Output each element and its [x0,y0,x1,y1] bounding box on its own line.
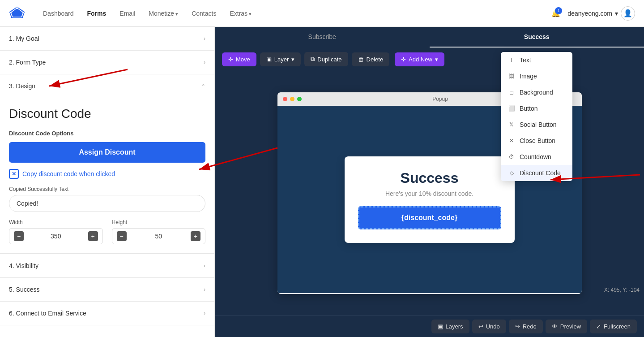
nav-monetize[interactable]: Monetize [149,10,178,17]
popup-discount-button[interactable]: {discount_code} [358,206,501,229]
chevron-right-icon: › [204,35,205,42]
discount-code-icon: ◇ [508,169,515,177]
user-menu[interactable]: deanyeong.com ▾ 👤 [567,6,635,21]
design-section-title: Discount Code [9,107,205,121]
accordion-design: 3. Design ⌄ Discount Code Discount Code … [0,74,214,254]
social-button-icon: 𝕏 [508,121,515,128]
close-button-icon: ✕ [508,137,515,144]
canvas-tabs: Subscribe Success [215,27,644,48]
right-panel: Subscribe Success ✛ Move ▣ Layer ▾ ⧉ Dup… [215,27,644,337]
accordion-design-label: 3. Design [9,82,35,90]
accordion-form-type-header[interactable]: 2. Form Type › [0,51,214,74]
chevron-right-icon-2: › [204,59,205,65]
accordion-form-type: 2. Form Type › [0,51,214,74]
move-icon: ✛ [228,56,233,63]
window-dot-green [297,97,302,101]
notification-bell[interactable]: 🔔 1 [551,9,560,17]
layer-button[interactable]: ▣ Layer ▾ [260,52,301,66]
width-value: 350 [26,233,85,240]
copied-successfully-label: Copied Successfully Text [9,186,205,192]
duplicate-button[interactable]: ⧉ Duplicate [304,52,348,66]
window-dot-yellow [290,97,294,101]
nav-dashboard[interactable]: Dashboard [43,10,74,17]
redo-button[interactable]: ↪ Redo [509,320,543,333]
dropdown-close-button[interactable]: ✕ Close Button [501,133,572,149]
accordion-email-service-header[interactable]: 6. Connect to Email Service › [0,302,214,325]
height-decrease-button[interactable]: − [117,231,127,241]
nav-email[interactable]: Email [119,10,135,17]
copy-discount-checkbox[interactable]: ✕ [9,169,19,179]
accordion-design-header[interactable]: 3. Design ⌄ [0,74,214,98]
duplicate-icon: ⧉ [311,56,315,63]
popup-success-subtitle: Here's your 10% discount code. [358,190,501,197]
canvas-coordinates: X: 495, Y: -104 [604,287,640,293]
preview-button[interactable]: 👁 Preview [546,320,587,333]
logo[interactable] [9,6,25,21]
canvas-toolbar: ✛ Move ▣ Layer ▾ ⧉ Duplicate 🗑 Delete ✛ … [215,48,644,71]
accordion-email-service: 6. Connect to Email Service › [0,302,214,325]
dropdown-button-label: Button [520,105,537,112]
dropdown-social-button[interactable]: 𝕏 Social Button [501,117,572,133]
dropdown-background[interactable]: ◻ Background [501,84,572,100]
chevron-right-icon-3: › [204,263,205,269]
user-chevron-icon: ▾ [615,10,618,17]
background-icon: ◻ [508,89,515,96]
accordion-success: 5. Success › [0,278,214,302]
accordion-success-header[interactable]: 5. Success › [0,278,214,301]
move-button[interactable]: ✛ Move [222,52,256,66]
dropdown-button[interactable]: ⬜ Button [501,100,572,117]
copy-discount-label[interactable]: Copy discount code when clicked [22,170,115,177]
fullscreen-button[interactable]: ⤢ Fullscreen [590,320,637,333]
canvas-area: Popup Success Here's your 10% discount c… [215,71,644,315]
nav-links: Dashboard Forms Email Monetize Contacts … [43,10,551,17]
undo-button[interactable]: ↩ Undo [472,320,506,333]
layer-chevron-icon: ▾ [291,56,294,63]
dropdown-countdown-label: Countdown [520,153,551,160]
height-group: Height − 50 + [112,219,206,244]
redo-icon: ↪ [515,323,520,330]
left-panel: 1. My Goal › 2. Form Type › 3. Design ⌄ … [0,27,215,337]
nav-extras[interactable]: Extras [230,10,252,17]
accordion-my-goal-header[interactable]: 1. My Goal › [0,27,214,50]
discount-options-label: Discount Code Options [9,130,205,137]
add-new-button[interactable]: ✛ Add New ▾ [395,52,444,66]
button-icon: ⬜ [508,105,515,112]
add-new-dropdown: T Text 🖼 Image ◻ Background ⬜ Button 𝕏 [501,52,572,181]
window-dot-red [283,97,287,101]
width-increase-button[interactable]: + [88,231,98,241]
svg-point-1 [10,12,12,13]
tab-subscribe[interactable]: Subscribe [215,27,430,48]
popup-card: Success Here's your 10% discount code. {… [345,156,515,243]
accordion-my-goal-label: 1. My Goal [9,35,39,42]
width-decrease-button[interactable]: − [14,231,24,241]
nav-contacts[interactable]: Contacts [192,10,216,17]
dropdown-discount-code[interactable]: ◇ Discount Code [501,165,572,181]
dropdown-text[interactable]: T Text [501,52,572,68]
main-layout: 1. My Goal › 2. Form Type › 3. Design ⌄ … [0,27,644,337]
chevron-down-icon: ⌄ [201,83,205,89]
add-new-chevron-icon: ▾ [435,56,438,63]
preview-icon: 👁 [552,323,558,330]
copied-text-input[interactable] [9,195,205,212]
undo-icon: ↩ [478,323,483,330]
popup-success-title: Success [358,170,501,186]
delete-button[interactable]: 🗑 Delete [352,52,390,66]
layers-button[interactable]: ▣ Layers [431,320,469,333]
dropdown-image[interactable]: 🖼 Image [501,68,572,84]
add-icon: ✛ [401,56,406,63]
fullscreen-icon: ⤢ [596,323,601,330]
tab-success[interactable]: Success [430,27,644,48]
dropdown-countdown[interactable]: ⏱ Countdown [501,149,572,165]
assign-discount-button[interactable]: Assign Discount [9,142,205,163]
accordion-visibility-header[interactable]: 4. Visibility › [0,254,214,277]
nav-forms[interactable]: Forms [87,10,107,17]
dropdown-background-label: Background [520,89,553,96]
accordion-visibility-label: 4. Visibility [9,262,38,269]
dropdown-social-button-label: Social Button [520,121,557,128]
chevron-right-icon-4: › [204,286,205,293]
bottom-bar: ▣ Layers ↩ Undo ↪ Redo 👁 Preview ⤢ Fulls… [215,315,644,337]
dropdown-discount-code-label: Discount Code [520,169,561,177]
dimension-row: Width − 350 + Height − 50 + [9,219,205,244]
accordion-my-goal: 1. My Goal › [0,27,214,51]
height-increase-button[interactable]: + [191,231,200,241]
